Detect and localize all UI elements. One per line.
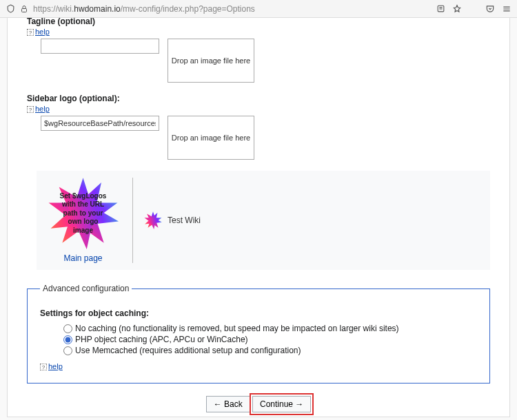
help-icon: ? (27, 106, 34, 113)
sidebar-logo-help-row: ?help (27, 105, 490, 113)
tagline-help-row: ?help (27, 28, 490, 36)
back-button[interactable]: ← Back (206, 396, 250, 412)
sidebar-logo-label: Sidebar logo (optional): (27, 94, 490, 103)
page-content: Tagline (optional) ?help Drop an image f… (7, 18, 510, 417)
logo-placeholder-icon: Set $wgLogos with the URL path to your o… (48, 178, 119, 249)
tagline-input[interactable] (41, 39, 159, 54)
url-bar[interactable]: https://wiki.hwdomain.io/mw-config/index… (33, 3, 432, 15)
advanced-legend: Advanced configuration (40, 284, 132, 293)
advanced-help-link[interactable]: help (48, 362, 63, 370)
sidebar-logo-input[interactable] (41, 116, 159, 131)
bookmark-star-icon[interactable] (452, 4, 462, 14)
tagline-label: Tagline (optional) (27, 18, 490, 26)
caching-option-none[interactable]: No caching (no functionality is removed,… (63, 324, 477, 333)
sidebar-logo-help-link[interactable]: help (35, 105, 50, 113)
menu-icon[interactable] (502, 4, 511, 14)
advanced-help-row: ?help (40, 362, 477, 370)
button-row: ← Back Continue → (27, 396, 490, 412)
caching-radio-none[interactable] (63, 324, 72, 333)
caching-radio-php[interactable] (63, 335, 72, 344)
reader-icon[interactable] (436, 4, 445, 14)
advanced-configuration-fieldset: Advanced configuration Settings for obje… (27, 284, 490, 384)
object-caching-label: Settings for object caching: (40, 308, 477, 318)
help-icon: ? (27, 29, 34, 36)
svg-rect-0 (22, 8, 27, 12)
logo-small-icon (144, 211, 162, 229)
caching-option-memcached[interactable]: Use Memcached (requires additional setup… (63, 346, 477, 355)
caching-radio-memcached[interactable] (63, 346, 72, 355)
main-page-link[interactable]: Main page (63, 253, 102, 263)
pocket-icon[interactable] (485, 4, 495, 14)
tagline-dropzone[interactable]: Drop an image file here (168, 39, 254, 83)
caching-option-php[interactable]: PHP object caching (APC, APCu or WinCach… (63, 335, 477, 344)
browser-bar: https://wiki.hwdomain.io/mw-config/index… (0, 0, 517, 18)
shield-icon (6, 4, 15, 14)
tagline-help-link[interactable]: help (35, 28, 50, 36)
sidebar-logo-dropzone[interactable]: Drop an image file here (168, 116, 254, 160)
wiki-name-label: Test Wiki (168, 216, 201, 225)
logo-preview: Set $wgLogos with the URL path to your o… (37, 171, 490, 270)
continue-button[interactable]: Continue → (252, 396, 311, 412)
lock-icon (19, 4, 29, 14)
help-icon: ? (40, 364, 47, 370)
